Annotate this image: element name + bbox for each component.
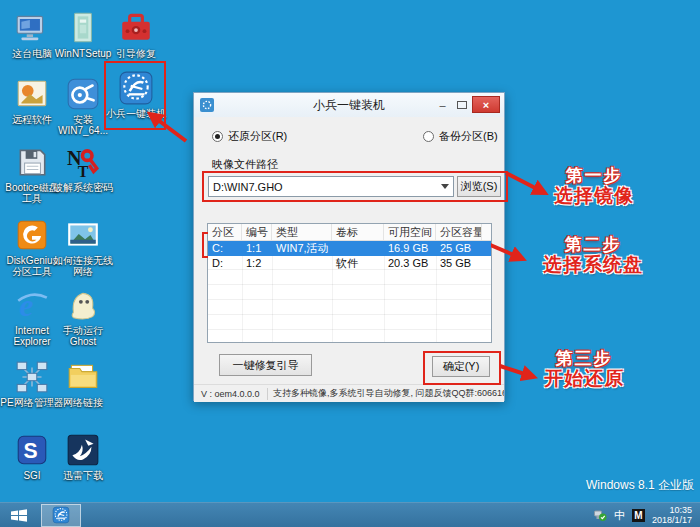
table-cell: WIN7,活动 bbox=[272, 241, 332, 256]
table-cell: 1:1 bbox=[242, 241, 272, 256]
table-cell: 1:2 bbox=[242, 256, 272, 271]
browse-button[interactable]: 浏览(S) bbox=[457, 176, 501, 197]
column-header[interactable]: 类型 bbox=[272, 224, 332, 240]
column-header[interactable]: 分区 bbox=[208, 224, 242, 240]
internet-explorer-icon: e bbox=[14, 287, 50, 323]
table-cell: 软件 bbox=[332, 256, 384, 271]
svg-text:e: e bbox=[19, 288, 33, 323]
version-text: V : oem4.0.0.0 bbox=[194, 388, 268, 400]
desktop-icon-label: DiskGenius分区工具 bbox=[6, 255, 57, 277]
dialog-titlebar[interactable]: 小兵一键装机 – × bbox=[194, 93, 504, 117]
svg-text:S: S bbox=[24, 439, 38, 462]
combobox-dropdown-button[interactable] bbox=[437, 184, 453, 189]
column-header[interactable]: 分区容量 bbox=[436, 224, 482, 240]
annotation-action-label: 选择系统盘 bbox=[526, 254, 660, 275]
safely-remove-hardware-icon[interactable] bbox=[593, 508, 607, 522]
table-cell: 25 GB bbox=[436, 241, 482, 256]
clock-date: 2018/1/17 bbox=[652, 515, 692, 525]
install-win7-icon bbox=[65, 76, 101, 112]
image-path-label: 映像文件路径 bbox=[212, 157, 278, 172]
minimize-button[interactable]: – bbox=[434, 96, 451, 113]
diskgenius-icon bbox=[14, 217, 50, 253]
wireless-help-icon bbox=[65, 217, 101, 253]
desktop-icon-network-links[interactable]: 网络链接 bbox=[51, 359, 115, 408]
close-button[interactable]: × bbox=[472, 96, 500, 113]
thunder-download-icon bbox=[65, 432, 101, 468]
network-links-icon bbox=[65, 359, 101, 395]
table-row[interactable]: C:1:1WIN7,活动16.9 GB25 GB bbox=[208, 241, 491, 256]
screen: 这台电脑WinNTSetup引导修复远程软件安装WIN7_64...小兵一键装机… bbox=[0, 0, 700, 527]
desktop-icon-label: 迅雷下载 bbox=[63, 470, 103, 481]
maximize-icon bbox=[457, 101, 467, 109]
image-path-combobox[interactable]: D:\WIN7.GHO bbox=[208, 176, 454, 197]
ok-button[interactable]: 确定(Y) bbox=[432, 356, 490, 377]
desktop-icon-boot-repair[interactable]: 引导修复 bbox=[104, 10, 168, 59]
annotation-action-label: 开始还原 bbox=[522, 368, 646, 389]
table-cell: 16.9 GB bbox=[384, 241, 436, 256]
restore-partition-radio[interactable]: 还原分区(R) bbox=[212, 129, 287, 144]
column-header[interactable]: 可用空间 bbox=[384, 224, 436, 240]
windows-version-watermark: Windows 8.1 企业版 bbox=[586, 477, 694, 494]
desktop-icon-label: 远程软件 bbox=[12, 114, 52, 125]
this-pc-icon bbox=[14, 10, 50, 46]
desktop-icon-label: 这台电脑 bbox=[12, 48, 52, 59]
remote-software-icon bbox=[14, 76, 50, 112]
table-cell: 20.3 GB bbox=[384, 256, 436, 271]
installer-dialog: 小兵一键装机 – × 还原分区(R) 备份分区(B) 映像文件路径 D:\WIN… bbox=[193, 92, 505, 401]
taskbar: 中 M 10:35 2018/1/17 bbox=[0, 502, 700, 527]
desktop-icon-label: WinNTSetup bbox=[55, 48, 112, 59]
table-cell bbox=[272, 256, 332, 271]
desktop-icon-label: 网络链接 bbox=[63, 397, 103, 408]
status-message: 支持多种镜像,多系统引导自动修复, 问题反馈QQ群:606616468 bbox=[268, 387, 504, 400]
annotation-step-label: 第三步 bbox=[522, 349, 646, 368]
desktop-icon-label: SGI bbox=[23, 470, 40, 481]
run-ghost-icon bbox=[65, 287, 101, 323]
windows-logo-icon bbox=[10, 508, 28, 523]
taskbar-app-xiaobing[interactable] bbox=[41, 504, 81, 527]
sgi-icon: S bbox=[14, 432, 50, 468]
desktop-icon-crack-password[interactable]: NT破解系统密码 bbox=[51, 144, 115, 193]
desktop-icon-label: 手动运行Ghost bbox=[63, 325, 103, 347]
desktop-icon-label: 小兵一键装机 bbox=[106, 108, 166, 119]
backup-partition-radio[interactable]: 备份分区(B) bbox=[423, 129, 498, 144]
desktop-icon-xiaobing-installer[interactable]: 小兵一键装机 bbox=[104, 70, 168, 119]
image-path-value: D:\WIN7.GHO bbox=[209, 181, 437, 193]
ime-language-indicator[interactable]: 中 bbox=[614, 508, 625, 523]
annotation-step-3: 第三步开始还原 bbox=[522, 349, 646, 389]
table-cell: D: bbox=[208, 256, 242, 271]
arrow-step3 bbox=[500, 366, 534, 377]
boot-repair-icon bbox=[118, 10, 154, 46]
arrow-step1 bbox=[506, 173, 545, 193]
table-row[interactable]: D:1:2软件20.3 GB35 GB bbox=[208, 256, 491, 271]
table-header-row: 分区编号类型卷标可用空间分区容量 bbox=[208, 224, 491, 241]
crack-password-icon: NT bbox=[65, 144, 101, 180]
app-logo-icon bbox=[200, 98, 214, 112]
start-button[interactable] bbox=[0, 503, 38, 527]
tray-clock[interactable]: 10:35 2018/1/17 bbox=[652, 505, 692, 525]
table-cell: C: bbox=[208, 241, 242, 256]
column-header[interactable]: 卷标 bbox=[332, 224, 384, 240]
clock-time: 10:35 bbox=[652, 505, 692, 515]
column-header[interactable]: 编号 bbox=[242, 224, 272, 240]
repair-boot-button[interactable]: 一键修复引导 bbox=[219, 354, 312, 376]
annotation-step-1: 第一步选择镜像 bbox=[536, 166, 652, 206]
winntsetup-icon bbox=[65, 10, 101, 46]
svg-text:T: T bbox=[78, 163, 89, 180]
desktop-icon-run-ghost[interactable]: 手动运行Ghost bbox=[51, 287, 115, 347]
desktop-icon-wireless-help[interactable]: 如何连接无线网络 bbox=[51, 217, 115, 277]
maximize-button[interactable] bbox=[453, 96, 470, 113]
annotation-step-label: 第二步 bbox=[526, 235, 660, 254]
desktop-icon-label: 如何连接无线网络 bbox=[53, 255, 113, 277]
annotation-step-2: 第二步选择系统盘 bbox=[526, 235, 660, 275]
ime-mode-icon[interactable]: M bbox=[632, 509, 645, 522]
radio-selected-icon bbox=[212, 131, 223, 142]
desktop-icon-label: 引导修复 bbox=[116, 48, 156, 59]
desktop-icon-label: InternetExplorer bbox=[13, 325, 50, 347]
bootice-icon bbox=[14, 144, 50, 180]
table-cell: 35 GB bbox=[436, 256, 482, 271]
dialog-statusbar: V : oem4.0.0.0 支持多种镜像,多系统引导自动修复, 问题反馈QQ群… bbox=[194, 384, 504, 402]
annotation-action-label: 选择镜像 bbox=[536, 185, 652, 206]
partition-table: 分区编号类型卷标可用空间分区容量C:1:1WIN7,活动16.9 GB25 GB… bbox=[207, 223, 492, 343]
desktop-icon-thunder-download[interactable]: 迅雷下载 bbox=[51, 432, 115, 481]
table-cell bbox=[332, 241, 384, 256]
